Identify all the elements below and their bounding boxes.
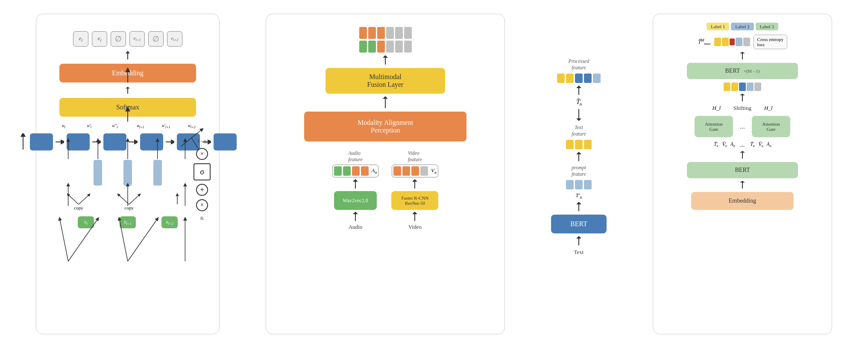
arrow-bert-up bbox=[575, 236, 583, 246]
gate-label-2: gl bbox=[200, 215, 204, 221]
av-features-row: Audiofeature An Wav2vec2.0 Audio bbox=[332, 150, 439, 230]
T-max-blocks bbox=[714, 38, 750, 46]
token-el: el bbox=[73, 31, 88, 47]
arrow-map-fusion bbox=[381, 96, 390, 109]
copy-arrow-1 bbox=[62, 192, 96, 205]
u-l-prime: u'l bbox=[78, 123, 101, 129]
bert-multiplier: ×(M - 1) bbox=[743, 68, 760, 74]
ellipsis-mid: ... bbox=[740, 123, 745, 130]
audio-feature-label: Audiofeature bbox=[348, 150, 363, 163]
token-null2: ∅ bbox=[148, 31, 164, 47]
svg-line-30 bbox=[118, 195, 129, 204]
svg-marker-40 bbox=[353, 212, 358, 214]
svg-marker-52 bbox=[576, 202, 581, 204]
video-feature-label: Videofeature bbox=[408, 150, 422, 163]
text-feature-col: Processedfeature T̃n Textfeature promptf… bbox=[551, 58, 607, 256]
input-block-1 bbox=[94, 160, 102, 186]
copy-arrow-3 bbox=[169, 192, 186, 205]
rnn-unit-2 bbox=[67, 133, 90, 150]
left-panel: el el ∅ el+1 ∅ el+2 Embedding Softmax ul… bbox=[36, 14, 220, 334]
h-l2: hl+2 bbox=[161, 216, 178, 228]
V-hat-left: V̂n bbox=[722, 142, 727, 148]
A-hat-right: Ân bbox=[767, 142, 771, 148]
main-diagram: el el ∅ el+1 ∅ el+2 Embedding Softmax ul… bbox=[0, 0, 868, 348]
multiply-box-1: × bbox=[196, 148, 208, 160]
token-null1: ∅ bbox=[111, 31, 126, 47]
arrow-rcnn-up bbox=[411, 212, 419, 222]
svg-marker-54 bbox=[576, 236, 581, 239]
cross-entropy-box: Cross entropy loss bbox=[754, 35, 787, 49]
svg-line-28 bbox=[68, 195, 79, 204]
audio-bottom-label: Audio bbox=[349, 224, 363, 230]
copy-label-2: copy bbox=[124, 205, 133, 210]
TVA-row: T̂n V̂n Ân ... T̂n V̂n Ân bbox=[713, 142, 771, 148]
copy-labels-row: copy copy bbox=[59, 192, 196, 210]
arrow-video-up bbox=[411, 179, 419, 189]
svg-marker-48 bbox=[576, 118, 581, 121]
label-tag-3: Label 3 bbox=[756, 23, 778, 30]
u-l: ul bbox=[52, 123, 75, 129]
token-el2b: el+2 bbox=[167, 31, 182, 47]
shifting-row: H_l Shifting H_l bbox=[713, 105, 773, 112]
rnn-unit-4 bbox=[140, 133, 163, 150]
T-prime-blocks bbox=[566, 180, 592, 189]
arrow-T-down bbox=[575, 109, 583, 122]
token-el2: el bbox=[92, 31, 107, 47]
label-tags-row: Label 1 Label 2 Label 3 bbox=[707, 23, 778, 30]
u-l2: ul+2 bbox=[180, 123, 203, 129]
arrow-to-fusion bbox=[381, 55, 390, 65]
T-n-tilde-label: T̃n bbox=[576, 98, 582, 106]
input-block-2 bbox=[123, 160, 132, 186]
rnn-unit-6 bbox=[214, 133, 237, 150]
bert-right-top: BERT ×(M - 1) bbox=[687, 63, 798, 79]
softmax-box: Softmax bbox=[59, 98, 196, 117]
svg-marker-58 bbox=[740, 94, 745, 95]
H-l-left: H_l bbox=[713, 105, 721, 112]
svg-marker-62 bbox=[740, 181, 745, 183]
audio-feature-blocks: An bbox=[332, 165, 379, 177]
multiply-box-2: × bbox=[196, 199, 208, 211]
svg-marker-50 bbox=[576, 152, 581, 154]
bert-right-bottom: BERT bbox=[687, 162, 798, 178]
ellipsis-tva: ... bbox=[740, 142, 745, 148]
wav2vec-box: Wav2vec2.0 bbox=[334, 191, 377, 210]
input-blocks-row bbox=[94, 160, 162, 186]
input-block-3 bbox=[153, 160, 162, 186]
label-tag-2: Label 2 bbox=[731, 23, 754, 30]
top-feature-rows bbox=[359, 27, 412, 53]
right-panel: Label 1 Label 2 Label 3 T̃Mmax bbox=[653, 14, 832, 334]
svg-marker-60 bbox=[740, 151, 745, 153]
arrow-wav2vec-up bbox=[351, 212, 360, 222]
spacer1 bbox=[126, 87, 130, 94]
audio-feature-col: Audiofeature An Wav2vec2.0 Audio bbox=[332, 150, 379, 230]
T-hat-left: T̂n bbox=[713, 142, 718, 148]
text-feature-blocks bbox=[566, 140, 592, 149]
token-row: el el ∅ el+1 ∅ el+2 bbox=[73, 31, 182, 47]
gate-label-1: 1 - gl bbox=[197, 138, 207, 145]
arrow-audio-up bbox=[351, 179, 360, 189]
A-hat-left: Ân bbox=[730, 142, 735, 148]
multimodal-fusion-box: Multimodal Fusion Layer bbox=[326, 68, 445, 94]
T-prime-n-label: T'n bbox=[576, 192, 582, 200]
video-bottom-label: Video bbox=[408, 224, 422, 230]
prompt-feature-label: promptfeature bbox=[572, 165, 586, 177]
bert-feature-blocks bbox=[724, 83, 761, 91]
svg-marker-38 bbox=[353, 179, 358, 182]
svg-marker-56 bbox=[740, 52, 745, 53]
embedding-box: Embedding bbox=[59, 64, 196, 83]
attention-gates-row: Attention Gate ... Attention Gate bbox=[695, 116, 790, 137]
V-n-label: Vn bbox=[431, 167, 437, 175]
video-feature-col: Videofeature Vn Faster R-CNN ResNet-50 V… bbox=[391, 150, 438, 230]
arrow-T-prime-up bbox=[575, 202, 583, 212]
sigma-box: σ bbox=[194, 163, 211, 180]
arrow-processed-up bbox=[575, 86, 583, 96]
svg-marker-34 bbox=[383, 55, 388, 58]
copy-label-1: copy bbox=[74, 205, 83, 210]
svg-line-29 bbox=[79, 195, 89, 204]
svg-marker-46 bbox=[576, 86, 581, 88]
arrow-right-2 bbox=[738, 94, 747, 102]
attention-gate-right: Attention Gate bbox=[752, 116, 790, 137]
arrow-emb bbox=[126, 51, 130, 59]
right-panel-inner: Label 1 Label 2 Label 3 T̃Mmax bbox=[662, 18, 823, 210]
label-tag-1: Label 1 bbox=[707, 23, 729, 30]
